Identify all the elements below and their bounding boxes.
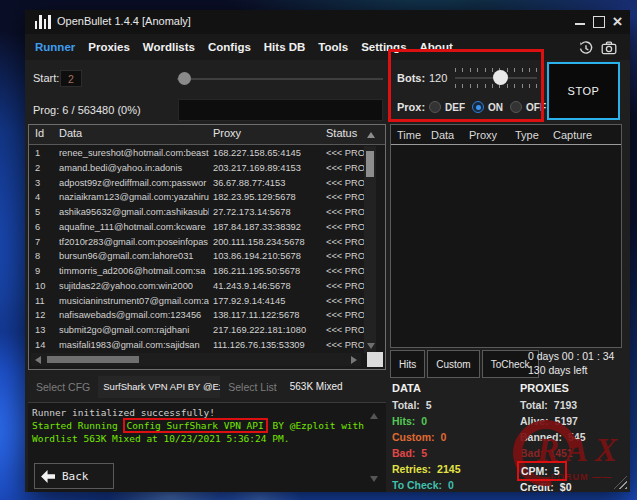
cell-status: <<< PRO [326, 220, 366, 235]
table-row[interactable]: 11musicianinstrument07@gmail.com:a177.92… [29, 294, 385, 309]
scroll-down-icon[interactable] [367, 343, 375, 349]
table-row[interactable]: 12nafisawebads@gmail.com:123456138.117.1… [29, 308, 385, 323]
debugger-history-icon[interactable] [578, 40, 594, 56]
cell-id: 3 [35, 176, 59, 191]
radio-label-def: DEF [445, 102, 465, 113]
bots-label: Bots: [397, 72, 425, 84]
menu-item-hits-db[interactable]: Hits DB [264, 41, 306, 53]
progress-label: Prog: 6 / 563480 (0%) [33, 104, 141, 116]
back-button[interactable]: Back [34, 463, 114, 489]
selected-config-name[interactable]: SurfShark VPN API BY @Ezplo [98, 376, 220, 398]
horizontal-scrollbar[interactable] [31, 353, 361, 366]
cell-proxy: 27.72.173.14:5678 [213, 205, 323, 220]
results-column-header-type[interactable]: Type [515, 129, 539, 141]
cell-status: <<< PRO [326, 176, 366, 191]
cell-proxy: 41.243.9.146:5678 [213, 279, 323, 294]
cell-id: 12 [35, 308, 59, 323]
horizontal-scrollbar-thumb[interactable] [47, 356, 139, 363]
table-row[interactable]: 8bursun96@gmail.com:lahore031103.86.194.… [29, 249, 385, 264]
table-row[interactable]: 10sujitdas22@yahoo.com:win200041.243.9.1… [29, 279, 385, 294]
radio-on-icon[interactable] [472, 101, 484, 113]
menu-item-configs[interactable]: Configs [208, 41, 251, 53]
table-row[interactable]: 7tf2010r283@gmail.com:poseinfopas200.111… [29, 235, 385, 250]
bots-slider-handle[interactable] [493, 70, 508, 85]
scroll-up-icon[interactable] [367, 132, 375, 138]
menu-item-proxies[interactable]: Proxies [88, 41, 130, 53]
prox-option-off[interactable]: OFF [510, 101, 546, 113]
custom-button[interactable]: Custom [427, 350, 479, 378]
maximize-button[interactable] [591, 14, 606, 29]
column-header-data[interactable]: Data [59, 127, 209, 139]
stat-data-total-: Total:5 [392, 397, 517, 413]
cell-data: aquafine_111@hotmail.com:kcware [59, 220, 209, 235]
menu-item-runner[interactable]: Runner [35, 41, 75, 53]
results-column-header-data[interactable]: Data [431, 129, 454, 141]
log-scroll-up-icon[interactable] [370, 413, 378, 419]
radio-off-icon[interactable] [510, 101, 522, 113]
scroll-left-icon[interactable] [35, 356, 41, 364]
cell-status: <<< PRO [326, 264, 366, 279]
table-row[interactable]: 9timmorris_ad2006@hotmail.com:sa186.211.… [29, 264, 385, 279]
cell-status: <<< PRO [326, 146, 366, 161]
log-scroll-down-icon[interactable] [370, 476, 378, 482]
table-row[interactable]: 5ashika95632@gmail.com:ashikasubl27.72.1… [29, 205, 385, 220]
cell-status: <<< PRO [326, 294, 366, 309]
table-row[interactable]: 1renee_sureshot@hotmail.com:beast168.227… [29, 146, 385, 161]
cell-proxy: 187.84.187.33:38392 [213, 220, 323, 235]
menu-item-about[interactable]: About [420, 41, 453, 53]
window-title: OpenBullet 1.4.4 [Anomaly] [57, 15, 191, 27]
scroll-right-icon[interactable] [351, 356, 357, 364]
stop-button[interactable]: STOP [547, 62, 620, 120]
title-bar[interactable]: OpenBullet 1.4.4 [Anomaly] [25, 10, 630, 34]
minimize-button[interactable] [573, 14, 588, 29]
cell-data: nafisawebads@gmail.com:123456 [59, 308, 209, 323]
stats-proxies-title: PROXIES [520, 382, 637, 394]
results-table-header[interactable]: TimeDataProxyTypeCapture [391, 127, 621, 145]
menu-item-settings[interactable]: Settings [361, 41, 406, 53]
column-header-proxy[interactable]: Proxy [213, 127, 323, 139]
cell-id: 4 [35, 190, 59, 205]
cell-proxy: 217.169.222.181:1080 [213, 323, 323, 338]
table-row[interactable]: 6aquafine_111@hotmail.com:kcware187.84.1… [29, 220, 385, 235]
menu-bar-items: RunnerProxiesWordlistsConfigsHits DBTool… [25, 34, 630, 60]
vertical-scrollbar-thumb[interactable] [366, 151, 374, 177]
config-bar: Select CFG SurfShark VPN API BY @Ezplo S… [28, 374, 386, 400]
start-input[interactable]: 2 [60, 70, 82, 87]
cell-data: ashika95632@gmail.com:ashikasubl [59, 205, 209, 220]
cell-id: 2 [35, 161, 59, 176]
results-column-header-capture[interactable]: Capture [553, 129, 592, 141]
vertical-scrollbar[interactable] [364, 146, 376, 353]
start-slider-track[interactable] [177, 78, 383, 80]
select-list-button[interactable]: Select List [220, 381, 284, 393]
close-button[interactable] [610, 14, 625, 29]
cell-id: 1 [35, 146, 59, 161]
stat-data-hits-: Hits:0 [392, 413, 517, 429]
cell-status: <<< PRO [326, 338, 366, 353]
selected-wordlist-name[interactable]: 563K Mixed [285, 376, 357, 398]
column-header-id[interactable]: Id [35, 127, 59, 139]
results-column-header-proxy[interactable]: Proxy [469, 129, 497, 141]
cell-id: 6 [35, 220, 59, 235]
prox-option-on[interactable]: ON [472, 101, 503, 113]
prox-label: Prox: [397, 101, 425, 113]
start-label: Start: [33, 72, 59, 84]
cell-status: <<< PRO [326, 235, 366, 250]
table-row[interactable]: 4naziaikram123@gmail.com:yazahiru182.23.… [29, 190, 385, 205]
column-header-status[interactable]: Status [326, 127, 366, 139]
table-row[interactable]: 2amand.bedi@yahoo.in:adonis203.217.169.8… [29, 161, 385, 176]
table-row[interactable]: 3adpost99z@rediffmail.com:passwor36.67.8… [29, 176, 385, 191]
prox-option-def[interactable]: DEF [429, 101, 465, 113]
radio-def-icon[interactable] [429, 101, 441, 113]
table-row[interactable]: 13submit2go@gmail.com:rajdhani217.169.22… [29, 323, 385, 338]
start-slider-handle[interactable] [178, 72, 191, 85]
screenshot-camera-icon[interactable] [601, 40, 617, 56]
data-table-header[interactable]: IdDataProxyStatus [29, 125, 385, 145]
results-column-header-time[interactable]: Time [397, 129, 421, 141]
cell-proxy: 182.23.95.129:5678 [213, 190, 323, 205]
elapsed-value: 0 days 00 : 01 : 34 [528, 349, 614, 363]
menu-item-tools[interactable]: Tools [318, 41, 348, 53]
table-row[interactable]: 14masifali1983@gmail.com:sajidsan111.126… [29, 338, 385, 353]
select-cfg-button[interactable]: Select CFG [28, 381, 98, 393]
menu-item-wordlists[interactable]: Wordlists [143, 41, 195, 53]
hits-button[interactable]: Hits [390, 350, 425, 378]
